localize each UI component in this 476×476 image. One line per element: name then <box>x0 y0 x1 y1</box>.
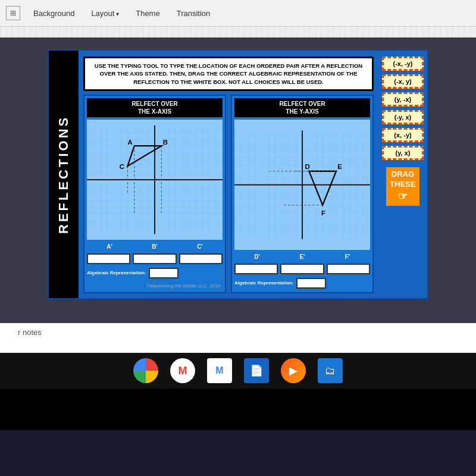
drag-card-1[interactable]: (-x, -y) <box>382 57 424 71</box>
gmail-icon[interactable]: M <box>170 358 195 383</box>
panel-x-axis: RELFECT OVER THE X-AXIS <box>83 95 226 293</box>
grid-y-axis: D E F <box>234 120 370 250</box>
drag-card-4[interactable]: (-y, x) <box>382 110 424 124</box>
inputs-x-prime <box>87 253 223 264</box>
slide: REFLECTIONS USE THE TYPING TOOL TO TYPE … <box>48 49 428 299</box>
copyright: ©Mpowering the Middle LLC, 2019 <box>87 282 223 290</box>
algebraic-label-y: Algebraic Representation: <box>234 280 294 286</box>
prime-labels-y: D' E' F' <box>234 252 370 261</box>
algebraic-input-y[interactable] <box>296 278 326 289</box>
layout-button[interactable]: Layout <box>87 7 123 20</box>
bottom-area <box>0 389 476 430</box>
grid-icon-label: ⊞ <box>10 9 16 17</box>
toolbar: ⊞ Background Layout Theme Transition <box>0 0 476 27</box>
input-b-prime[interactable] <box>133 253 176 264</box>
input-f-prime[interactable] <box>327 264 370 274</box>
svg-text:F: F <box>321 209 325 217</box>
drag-cards-panel: (-x, -y) (-x, y) (y, -x) (-y, x) (x, -y)… <box>378 51 427 298</box>
prime-labels-x: A' B' C' <box>87 242 223 251</box>
slide-content: USE THE TYPING TOOL TO TYPE THE LOCATION… <box>79 51 378 298</box>
panel-x-title: RELFECT OVER THE X-AXIS <box>87 98 223 117</box>
toolbar-grid-icon[interactable]: ⊞ <box>6 6 20 20</box>
panel-y-title: RELFECT OVER THE Y-AXIS <box>234 98 370 117</box>
svg-text:C: C <box>120 163 124 170</box>
input-e-prime[interactable] <box>280 264 324 274</box>
panels-container: RELFECT OVER THE X-AXIS <box>83 95 374 293</box>
ruler <box>0 27 476 37</box>
algebraic-x: Algebraic Representation: <box>87 267 223 280</box>
algebraic-y: Algebraic Representation: <box>234 277 370 290</box>
theme-button[interactable]: Theme <box>132 7 163 20</box>
drag-card-2[interactable]: (-x, y) <box>382 74 424 89</box>
input-a-prime[interactable] <box>87 253 130 264</box>
notes-area: r notes <box>0 323 476 353</box>
chrome-icon[interactable] <box>133 358 158 383</box>
slide-area: REFLECTIONS USE THE TYPING TOOL TO TYPE … <box>0 37 476 323</box>
drag-card-3[interactable]: (y, -x) <box>382 92 424 107</box>
notes-label: r notes <box>18 328 42 337</box>
algebraic-label-x: Algebraic Representation: <box>87 270 146 276</box>
drag-card-5[interactable]: (x, -y) <box>382 128 424 142</box>
vertical-label: REFLECTIONS <box>49 51 79 298</box>
svg-text:D: D <box>305 163 310 170</box>
drag-card-6[interactable]: (y, x) <box>382 146 424 160</box>
inputs-y-prime <box>234 264 370 274</box>
input-c-prime[interactable] <box>179 253 223 264</box>
grid-x-axis: A B C <box>87 120 223 240</box>
gmail-m-icon[interactable]: M <box>207 358 232 383</box>
svg-text:A: A <box>127 139 132 146</box>
panel-y-axis: RELFECT OVER THE Y-AXIS <box>231 95 374 293</box>
taskbar: M M 📄 ▶ 🗂 <box>0 353 476 389</box>
play-icon[interactable]: ▶ <box>281 358 306 383</box>
instructions-box: USE THE TYPING TOOL TO TYPE THE LOCATION… <box>83 57 374 91</box>
drag-label: DRAG THESE ☞ <box>386 167 419 206</box>
docs-icon[interactable]: 📄 <box>244 358 269 383</box>
svg-text:E: E <box>337 163 342 170</box>
background-button[interactable]: Background <box>30 7 78 20</box>
svg-text:B: B <box>163 139 168 146</box>
input-d-prime[interactable] <box>234 264 278 274</box>
transition-button[interactable]: Transition <box>173 7 214 20</box>
algebraic-input-x[interactable] <box>149 268 178 278</box>
files-icon[interactable]: 🗂 <box>318 358 343 383</box>
